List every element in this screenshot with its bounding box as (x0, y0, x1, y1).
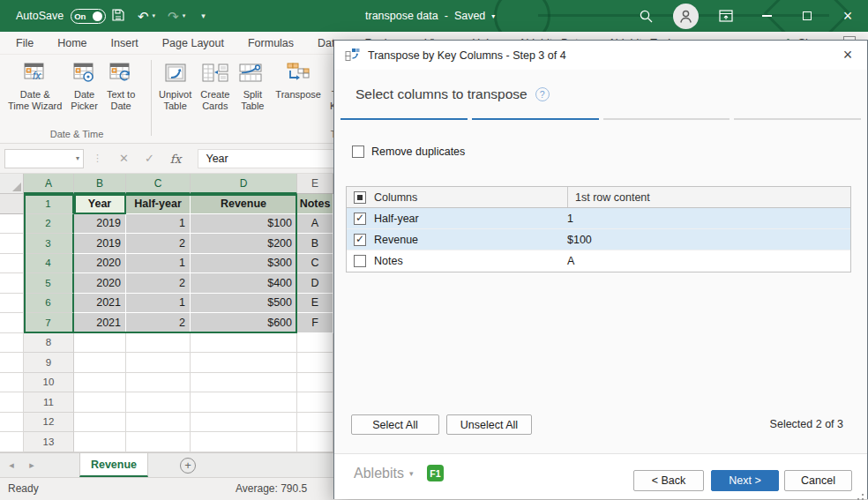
help-icon[interactable]: ? (535, 87, 550, 101)
cell-C12[interactable] (191, 413, 297, 433)
checkbox-icon[interactable] (354, 234, 366, 246)
row-header-11[interactable]: 11 (24, 392, 74, 413)
title-dropdown-icon[interactable]: ▾ (491, 12, 495, 20)
remove-duplicates-checkbox[interactable]: Remove duplicates (352, 146, 465, 158)
row-header-3[interactable]: 3 (24, 234, 74, 254)
checkbox-icon[interactable] (354, 255, 366, 267)
row-header-12[interactable]: 12 (24, 413, 74, 433)
cell-C5[interactable]: $400 (191, 273, 297, 294)
text-to-date-button[interactable]: Text to Date (102, 59, 139, 115)
redo-dropdown-icon[interactable]: ▾ (183, 12, 186, 19)
cell-D5[interactable]: D (297, 273, 333, 294)
row-header-6[interactable]: 6 (24, 294, 74, 314)
column-header-d[interactable]: D (191, 174, 297, 194)
tab-home[interactable]: Home (57, 37, 86, 49)
confirm-entry-icon[interactable]: ✓ (145, 152, 154, 165)
column-header-a[interactable]: A (24, 174, 74, 194)
tab-insert[interactable]: Insert (111, 37, 138, 49)
dialog-close-button[interactable]: × (828, 41, 867, 70)
cell-A13[interactable] (74, 432, 126, 452)
cell-C11[interactable] (191, 392, 297, 413)
cell-B8[interactable] (126, 333, 191, 354)
column-header-c[interactable]: C (126, 174, 191, 194)
column-row-revenue[interactable]: Revenue$100 (347, 229, 850, 250)
maximize-button[interactable] (787, 0, 827, 32)
cell-C4[interactable]: $300 (191, 254, 297, 274)
transpose-button[interactable]: Transpose (271, 59, 326, 103)
cell-B1[interactable]: Half-year (126, 194, 191, 214)
cell-D4[interactable]: C (297, 254, 333, 274)
f1-help-badge[interactable]: F1 (427, 465, 444, 481)
resize-grip[interactable] (862, 494, 864, 496)
cancel-entry-icon[interactable]: ✕ (119, 152, 129, 165)
unselect-all-button[interactable]: Unselect All (446, 414, 532, 435)
cell-C8[interactable] (191, 333, 297, 354)
cell-B13[interactable] (126, 432, 191, 452)
checkbox-icon[interactable] (354, 213, 366, 225)
cell-B4[interactable]: 1 (126, 254, 191, 274)
cell-A4[interactable]: 2020 (74, 254, 126, 274)
cell-C9[interactable] (191, 353, 297, 373)
select-all-button[interactable]: Select All (351, 414, 439, 435)
formula-bar-handle[interactable]: ⋮ (93, 153, 102, 164)
row-header-1[interactable]: 1 (24, 194, 74, 214)
cell-B7[interactable]: 2 (126, 313, 191, 333)
insert-function-icon[interactable]: fx (170, 152, 182, 166)
cell-D1[interactable]: Notes (297, 194, 333, 214)
create-cards-button[interactable]: Create Cards (196, 59, 234, 115)
cell-C7[interactable]: $600 (191, 313, 297, 333)
undo-icon[interactable]: ↶ (138, 10, 149, 23)
cell-B11[interactable] (126, 392, 191, 413)
back-button[interactable]: < Back (633, 470, 704, 491)
row-header-8[interactable]: 8 (24, 333, 74, 354)
split-table-button[interactable]: Split Table (234, 59, 271, 115)
minimize-button[interactable] (746, 0, 787, 32)
cell-B9[interactable] (126, 353, 191, 373)
cell-B2[interactable]: 1 (126, 214, 191, 235)
cell-D10[interactable] (297, 373, 333, 393)
cell-C13[interactable] (191, 432, 297, 452)
row-header-7[interactable]: 7 (24, 313, 74, 333)
save-icon[interactable] (111, 8, 125, 24)
cell-D13[interactable] (297, 432, 333, 452)
cell-A5[interactable]: 2020 (74, 273, 126, 294)
cell-A11[interactable] (74, 392, 126, 413)
next-button[interactable]: Next > (711, 470, 779, 491)
add-sheet-button[interactable]: + (180, 458, 196, 474)
customize-quick-access-icon[interactable]: ▾ (201, 11, 206, 20)
row-header-13[interactable]: 13 (24, 432, 74, 452)
cell-A8[interactable] (74, 333, 126, 354)
row-header-2[interactable]: 2 (24, 214, 74, 235)
sheet-nav-right-icon[interactable]: ▸ (23, 453, 41, 477)
search-icon[interactable] (625, 0, 666, 32)
window-close-button[interactable]: × (827, 0, 868, 32)
ablebits-brand-menu[interactable]: Ablebits ▾ (354, 466, 413, 481)
cell-A9[interactable] (74, 353, 126, 373)
redo-icon[interactable]: ↷ (168, 10, 179, 23)
cell-A2[interactable]: 2019 (74, 214, 126, 235)
cell-C1[interactable]: Revenue (191, 194, 297, 214)
cell-D6[interactable]: E (297, 294, 333, 314)
row-header-5[interactable]: 5 (24, 273, 74, 294)
cell-C6[interactable]: $500 (191, 294, 297, 314)
unpivot-table-button[interactable]: Unpivot Table (154, 59, 196, 115)
column-row-notes[interactable]: NotesA (347, 250, 850, 272)
row-header-9[interactable]: 9 (24, 353, 74, 373)
name-box-dropdown-icon[interactable]: ▾ (76, 154, 79, 162)
cell-D7[interactable]: F (297, 313, 333, 333)
autosave-toggle[interactable]: On (71, 9, 106, 24)
undo-dropdown-icon[interactable]: ▾ (153, 12, 156, 19)
cell-A1[interactable]: Year (74, 194, 126, 214)
sheet-tab-revenue[interactable]: Revenue (79, 453, 148, 477)
cell-B12[interactable] (126, 413, 191, 433)
cell-B10[interactable] (126, 373, 191, 393)
tab-page-layout[interactable]: Page Layout (162, 37, 224, 49)
select-all-checkbox-icon[interactable] (354, 191, 366, 204)
tab-formulas[interactable]: Formulas (248, 37, 294, 49)
select-all-corner[interactable] (0, 174, 24, 194)
cell-C10[interactable] (191, 373, 297, 393)
row-header-10[interactable]: 10 (24, 373, 74, 393)
cell-D3[interactable]: B (297, 234, 333, 254)
cell-A3[interactable]: 2019 (74, 234, 126, 254)
column-header-b[interactable]: B (74, 174, 126, 194)
